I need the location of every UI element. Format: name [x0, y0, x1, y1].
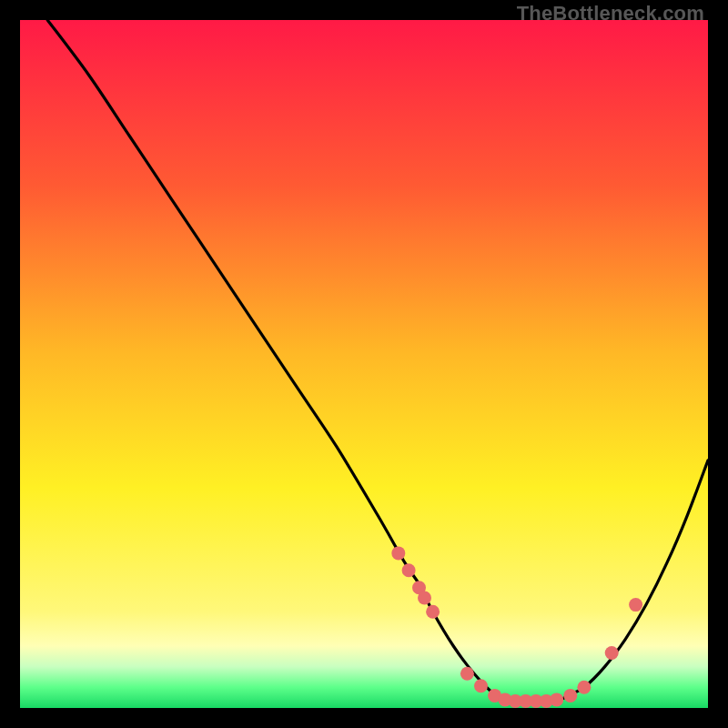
marker-point	[426, 605, 440, 619]
marker-point	[391, 546, 405, 560]
marker-point	[402, 563, 416, 577]
marker-point	[550, 693, 563, 706]
marker-point	[629, 598, 642, 612]
marker-point	[474, 679, 488, 693]
marker-point	[418, 592, 431, 605]
watermark-text: TheBottleneck.com	[517, 2, 704, 25]
marker-point	[563, 689, 577, 703]
marker-point	[577, 681, 591, 694]
marker-point	[460, 667, 474, 681]
chart-frame	[20, 20, 708, 708]
gradient-background	[20, 20, 708, 708]
chart-svg	[20, 20, 708, 708]
marker-point	[605, 646, 619, 660]
